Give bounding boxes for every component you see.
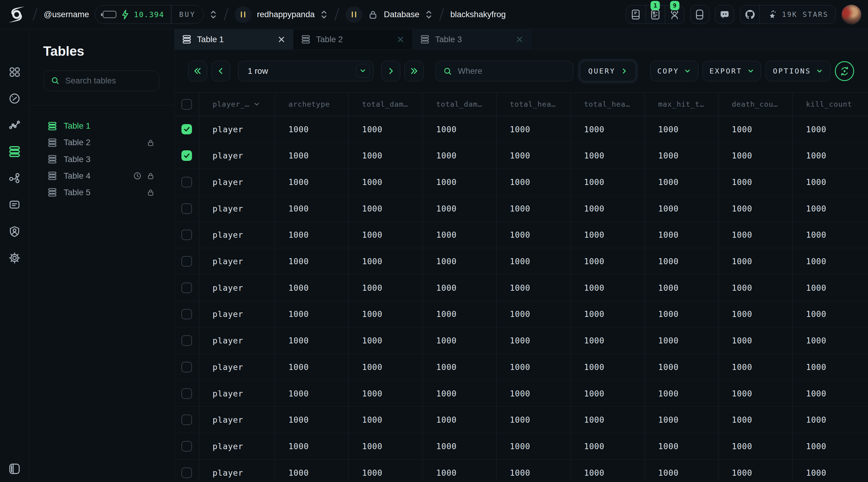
- where-filter[interactable]: [435, 61, 573, 81]
- cell: 1000: [645, 116, 718, 142]
- table-row[interactable]: player10001000100010001000100010001000: [175, 407, 868, 433]
- tab-close-button[interactable]: [516, 36, 524, 43]
- row-checkbox[interactable]: [181, 177, 192, 187]
- github-stars-button[interactable]: 19K STARS: [760, 5, 835, 24]
- rail-schema-icon[interactable]: [8, 172, 21, 184]
- cell: 1000: [497, 248, 571, 275]
- table-list-item-table-4[interactable]: Table 4: [29, 167, 174, 184]
- first-page-button[interactable]: [188, 61, 207, 81]
- tab-table-1[interactable]: Table 1: [175, 29, 293, 50]
- table-search[interactable]: [44, 70, 159, 91]
- app-logo-icon[interactable]: [7, 5, 26, 24]
- close-icon[interactable]: [278, 36, 285, 43]
- row-checkbox[interactable]: [181, 203, 192, 214]
- tab-close-button[interactable]: [397, 36, 404, 43]
- close-icon[interactable]: [516, 36, 524, 43]
- column-header[interactable]: player_…: [199, 93, 275, 116]
- table-row[interactable]: player10001000100010001000100010001000: [175, 195, 868, 222]
- tab-close-button[interactable]: [278, 36, 285, 43]
- options-button[interactable]: OPTIONS: [766, 61, 830, 81]
- username[interactable]: @username: [44, 10, 89, 19]
- table-row[interactable]: player10001000100010001000100010001000: [175, 142, 868, 169]
- table-row[interactable]: player10001000100010001000100010001000: [175, 222, 868, 249]
- changelog-button[interactable]: 1: [646, 5, 665, 24]
- rail-analytics-icon[interactable]: [8, 119, 21, 131]
- column-header[interactable]: total_dam…: [349, 93, 423, 116]
- row-checkbox[interactable]: [181, 309, 192, 320]
- table-row[interactable]: player10001000100010001000100010001000: [175, 354, 868, 381]
- rail-logs-icon[interactable]: [8, 198, 21, 211]
- column-header[interactable]: total_hea…: [571, 93, 645, 116]
- discord-button[interactable]: [715, 5, 734, 24]
- rail-tables-icon[interactable]: [8, 146, 21, 158]
- row-checkbox[interactable]: [181, 388, 192, 399]
- where-filter-input[interactable]: [458, 66, 566, 76]
- chevron-updown-icon[interactable]: [425, 9, 433, 21]
- workspace-name[interactable]: redhappypanda: [257, 10, 315, 19]
- column-header[interactable]: total_hea…: [497, 93, 571, 116]
- query-button[interactable]: QUERY: [580, 61, 636, 81]
- tab-table-3[interactable]: Table 3: [412, 29, 531, 50]
- column-header[interactable]: death_cou…: [718, 93, 793, 116]
- select-all-checkbox[interactable]: [181, 99, 192, 110]
- table-row[interactable]: player10001000100010001000100010001000: [175, 301, 868, 328]
- prev-page-button[interactable]: [212, 61, 230, 81]
- row-checkbox[interactable]: [181, 256, 192, 267]
- rail-gauge-icon[interactable]: [8, 93, 21, 104]
- github-button[interactable]: [740, 5, 760, 24]
- rows-per-page-select[interactable]: 1 row: [238, 61, 374, 81]
- row-checkbox[interactable]: [181, 362, 192, 372]
- table-row[interactable]: player10001000100010001000100010001000: [175, 327, 868, 354]
- table-row[interactable]: player10001000100010001000100010001000: [175, 169, 868, 195]
- row-checkbox[interactable]: [181, 124, 192, 135]
- table-row[interactable]: player10001000100010001000100010001000: [175, 381, 868, 407]
- table-row[interactable]: player10001000100010001000100010001000: [175, 433, 868, 460]
- table-list-item-table-3[interactable]: Table 3: [29, 151, 174, 167]
- cell: player: [199, 460, 275, 481]
- paused-status-icon[interactable]: [346, 6, 362, 23]
- last-page-button[interactable]: [404, 61, 423, 81]
- next-page-button[interactable]: [381, 61, 400, 81]
- rail-gear-icon[interactable]: [8, 252, 21, 264]
- row-checkbox[interactable]: [181, 230, 192, 240]
- row-checkbox[interactable]: [181, 468, 192, 478]
- chevron-updown-icon[interactable]: [320, 9, 328, 21]
- column-header[interactable]: total_dam…: [423, 93, 496, 116]
- export-button[interactable]: EXPORT: [703, 61, 761, 81]
- table-row[interactable]: player10001000100010001000100010001000: [175, 248, 868, 275]
- rail-apps-grid-icon[interactable]: [8, 66, 21, 78]
- table-search-input[interactable]: [65, 76, 152, 86]
- table-list-item-table-5[interactable]: Table 5: [29, 184, 174, 201]
- table-row[interactable]: player10001000100010001000100010001000: [175, 116, 868, 143]
- user-avatar[interactable]: [841, 4, 861, 24]
- table-list-item-table-1[interactable]: Table 1: [29, 118, 174, 134]
- column-header[interactable]: kill_count: [793, 93, 868, 116]
- table-icon: [301, 35, 310, 44]
- buy-button[interactable]: BUY: [172, 10, 204, 19]
- sidebar-toggle-icon[interactable]: [8, 463, 21, 475]
- paused-status-icon[interactable]: [235, 6, 251, 23]
- refresh-button[interactable]: [835, 61, 854, 81]
- project-name[interactable]: blackshakyfrog: [450, 10, 506, 19]
- table-row[interactable]: player10001000100010001000100010001000: [175, 460, 868, 481]
- docs-button[interactable]: [626, 5, 645, 24]
- column-header[interactable]: max_hit_t…: [645, 93, 718, 116]
- table-list-item-table-2[interactable]: Table 2: [29, 134, 174, 151]
- database-selector[interactable]: Database: [384, 10, 420, 19]
- table-list-item-label: Table 1: [64, 121, 90, 131]
- row-checkbox[interactable]: [181, 335, 192, 346]
- row-checkbox[interactable]: [181, 441, 192, 452]
- row-checkbox[interactable]: [181, 415, 192, 425]
- copy-button[interactable]: COPY: [650, 61, 698, 81]
- row-checkbox[interactable]: [181, 150, 192, 161]
- chevron-updown-icon[interactable]: [210, 9, 217, 21]
- close-icon[interactable]: [397, 36, 404, 43]
- rail-shield-user-icon[interactable]: [8, 225, 21, 237]
- column-header[interactable]: archetype: [275, 93, 349, 116]
- community-button[interactable]: 9: [665, 5, 684, 24]
- table-row[interactable]: player10001000100010001000100010001000: [175, 275, 868, 301]
- tab-table-2[interactable]: Table 2: [293, 29, 412, 50]
- row-checkbox[interactable]: [181, 283, 192, 293]
- sort-icon[interactable]: [253, 101, 260, 108]
- panel-view-button[interactable]: [690, 5, 710, 24]
